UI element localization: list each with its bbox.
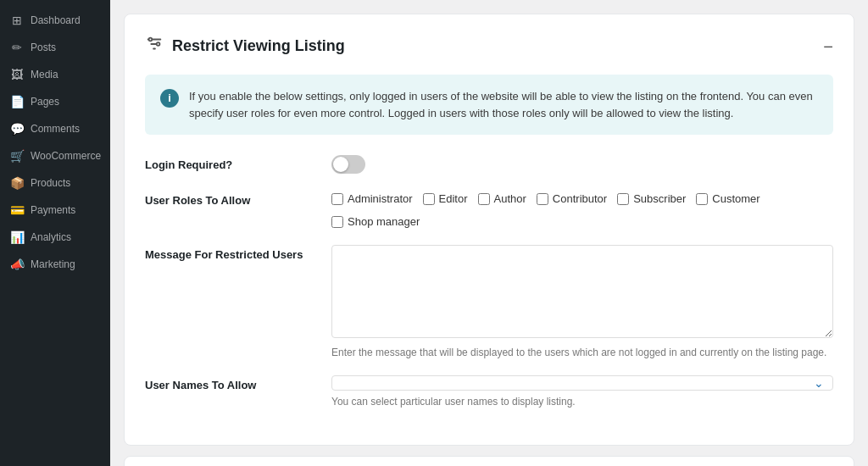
role-editor[interactable]: Editor xyxy=(423,192,468,205)
role-customer[interactable]: Customer xyxy=(696,192,760,205)
svg-point-4 xyxy=(157,42,160,46)
sidebar-item-label: Dashboard xyxy=(31,14,81,26)
login-required-toggle[interactable] xyxy=(331,155,365,174)
dashboard-icon: ⊞ xyxy=(10,14,24,27)
message-control: Enter the message that will be displayed… xyxy=(331,245,833,358)
role-administrator-label: Administrator xyxy=(348,192,413,205)
user-roles-checkboxes: Administrator Editor Author Contributor xyxy=(331,191,833,228)
role-administrator[interactable]: Administrator xyxy=(331,192,413,205)
usernames-row: User Names To Allow ⌄ You can select par… xyxy=(145,375,833,408)
pages-icon: 📄 xyxy=(10,95,24,108)
user-roles-control: Administrator Editor Author Contributor xyxy=(331,191,833,228)
role-administrator-checkbox[interactable] xyxy=(331,193,343,205)
marketing-icon: 📣 xyxy=(10,258,24,271)
sidebar-item-label: Media xyxy=(31,69,58,80)
role-subscriber-label: Subscriber xyxy=(633,192,686,205)
message-label: Message For Restricted Users xyxy=(145,245,331,261)
sidebar-item-label: Payments xyxy=(31,204,75,216)
analytics-icon: 📊 xyxy=(10,230,24,244)
products-icon: 📦 xyxy=(10,176,24,190)
sidebar-item-posts[interactable]: ✏ Posts xyxy=(0,34,110,61)
role-customer-checkbox[interactable] xyxy=(696,193,708,205)
sidebar-item-label: WooCommerce xyxy=(31,150,101,162)
sidebar: ⊞ Dashboard ✏ Posts 🖼 Media 📄 Pages 💬 Co… xyxy=(0,0,110,466)
sidebar-item-analytics[interactable]: 📊 Analytics xyxy=(0,224,110,251)
login-required-control xyxy=(331,155,833,174)
chevron-down-icon: ⌄ xyxy=(814,376,824,390)
user-roles-label: User Roles To Allow xyxy=(145,191,331,207)
info-text: If you enable the below settings, only l… xyxy=(189,88,818,121)
info-box: i If you enable the below settings, only… xyxy=(145,75,833,135)
login-required-label: Login Required? xyxy=(145,155,331,171)
usernames-help-text: You can select particular user names to … xyxy=(331,396,833,408)
comments-icon: 💬 xyxy=(10,122,24,136)
role-shop-manager[interactable]: Shop manager xyxy=(331,215,420,228)
role-subscriber[interactable]: Subscriber xyxy=(617,192,686,205)
message-help-text: Enter the message that will be displayed… xyxy=(331,347,833,358)
sidebar-item-media[interactable]: 🖼 Media xyxy=(0,61,110,88)
role-shop-manager-label: Shop manager xyxy=(348,215,420,228)
usernames-select[interactable]: ⌄ xyxy=(331,375,833,391)
posts-icon: ✏ xyxy=(10,41,24,54)
sidebar-item-label: Products xyxy=(31,177,70,189)
media-icon: 🖼 xyxy=(10,68,24,81)
svg-point-3 xyxy=(149,38,153,42)
payments-icon: 💳 xyxy=(10,203,24,217)
sidebar-item-marketing[interactable]: 📣 Marketing xyxy=(0,251,110,278)
restrict-collapse-button[interactable]: − xyxy=(823,38,833,55)
sidebar-item-products[interactable]: 📦 Products xyxy=(0,169,110,197)
role-subscriber-checkbox[interactable] xyxy=(617,193,629,205)
message-row: Message For Restricted Users Enter the m… xyxy=(145,245,833,358)
usernames-label: User Names To Allow xyxy=(145,375,331,391)
sidebar-item-label: Marketing xyxy=(31,258,75,270)
settings-filter-icon xyxy=(145,35,164,58)
user-roles-row: User Roles To Allow Administrator Editor… xyxy=(145,191,833,228)
role-editor-label: Editor xyxy=(439,192,468,205)
role-customer-label: Customer xyxy=(712,192,760,205)
info-icon: i xyxy=(160,89,179,108)
sidebar-item-label: Analytics xyxy=(31,231,71,243)
role-author[interactable]: Author xyxy=(478,192,526,205)
main-content: Restrict Viewing Listing − i If you enab… xyxy=(110,0,868,466)
sidebar-item-dashboard[interactable]: ⊞ Dashboard xyxy=(0,7,110,34)
sidebar-item-payments[interactable]: 💳 Payments xyxy=(0,197,110,224)
sidebar-item-label: Posts xyxy=(31,42,56,53)
pagination-card: Pagination Settings + xyxy=(124,456,854,466)
role-contributor-label: Contributor xyxy=(553,192,607,205)
usernames-control: ⌄ You can select particular user names t… xyxy=(331,375,833,408)
restrict-viewing-card: Restrict Viewing Listing − i If you enab… xyxy=(124,14,854,446)
role-author-label: Author xyxy=(494,192,526,205)
sidebar-item-pages[interactable]: 📄 Pages xyxy=(0,88,110,115)
sidebar-item-woocommerce[interactable]: 🛒 WooCommerce xyxy=(0,142,110,169)
sidebar-item-comments[interactable]: 💬 Comments xyxy=(0,115,110,142)
role-shop-manager-checkbox[interactable] xyxy=(331,216,343,228)
sidebar-item-label: Pages xyxy=(31,96,59,108)
woocommerce-icon: 🛒 xyxy=(10,149,24,163)
restrict-card-header: Restrict Viewing Listing − xyxy=(145,35,833,58)
role-contributor[interactable]: Contributor xyxy=(537,192,607,205)
message-textarea[interactable] xyxy=(331,245,833,338)
role-contributor-checkbox[interactable] xyxy=(537,193,548,205)
role-author-checkbox[interactable] xyxy=(478,193,490,205)
restrict-title-text: Restrict Viewing Listing xyxy=(172,37,345,55)
role-editor-checkbox[interactable] xyxy=(423,193,435,205)
restrict-card-title: Restrict Viewing Listing xyxy=(145,35,345,58)
login-required-row: Login Required? xyxy=(145,155,833,174)
sidebar-item-label: Comments xyxy=(31,123,80,135)
